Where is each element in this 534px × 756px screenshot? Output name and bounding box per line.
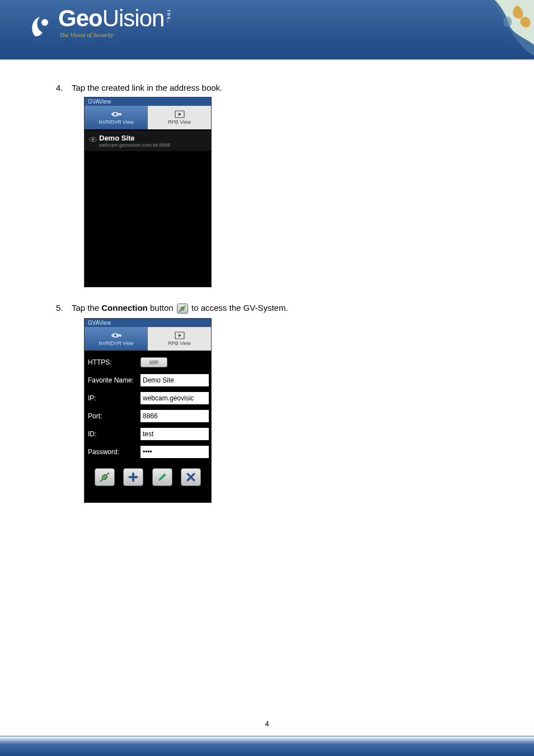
add-button[interactable] — [123, 468, 143, 486]
step-5-text-a: Tap the — [72, 303, 101, 312]
corner-graphic — [422, 0, 534, 84]
edit-button[interactable] — [152, 468, 172, 486]
password-field[interactable]: •••• — [140, 446, 209, 458]
label-ip: IP: — [87, 394, 140, 402]
step-5-bold: Connection — [101, 303, 148, 312]
tab-rpb-view-2[interactable]: RPB View — [148, 327, 211, 351]
label-port: Port: — [87, 412, 140, 420]
svg-point-0 — [41, 19, 48, 26]
svg-point-2 — [114, 113, 116, 115]
brand-tagline: The Vision of Security — [59, 31, 171, 38]
step-5: 5. Tap the Connection button to access t… — [56, 303, 478, 314]
port-field[interactable]: 8866 — [140, 410, 209, 422]
svg-rect-9 — [119, 334, 121, 337]
connection-icon-inline — [177, 304, 188, 314]
screenshot-2: GVAView NVR/DVR View RPB View HTTPS: 關閉 — [84, 318, 212, 503]
brand-logo-mark — [28, 11, 55, 38]
delete-button[interactable] — [181, 468, 201, 486]
brand-wordmark: GeoUision Inc. — [58, 7, 171, 30]
brand-name-a: Geo — [58, 7, 102, 30]
screenshot-2-app-title: GVAView — [85, 319, 211, 327]
row-id: ID: test — [87, 426, 209, 442]
svg-point-6 — [92, 138, 94, 141]
tab-rpb-view[interactable]: RPB View — [148, 106, 211, 129]
page-footer — [0, 736, 534, 756]
brand-logo: GeoUision Inc. The Vision of Security — [28, 7, 171, 38]
label-id: ID: — [87, 430, 140, 438]
connection-button[interactable] — [95, 468, 115, 486]
id-field[interactable]: test — [140, 428, 209, 440]
camera-icon — [111, 332, 122, 339]
brand-inc: Inc. — [166, 10, 171, 24]
play-screen-icon — [174, 110, 185, 118]
label-favorite: Favorite Name: — [87, 376, 140, 384]
tab-nvr-dvr-view-2[interactable]: NVR/DVR View — [85, 327, 148, 351]
play-screen-icon — [174, 332, 185, 339]
step-4-number: 4. — [56, 83, 69, 92]
favorite-name-field[interactable]: Demo Site — [140, 374, 209, 386]
brand-name-b: Uision — [102, 7, 165, 30]
page-content: 4. Tap the created link in the address b… — [0, 60, 534, 503]
step-5-number: 5. — [56, 303, 69, 312]
screenshot-1-app-title: GVAView — [85, 97, 211, 106]
page-number: 4 — [0, 720, 534, 728]
eye-icon — [89, 136, 97, 141]
row-favorite: Favorite Name: Demo Site — [87, 372, 209, 389]
tab-nvr-label: NVR/DVR View — [99, 119, 133, 125]
bottom-toolbar — [85, 461, 211, 493]
tab-nvr-label-2: NVR/DVR View — [99, 340, 133, 346]
address-item-title: Demo Site — [99, 134, 135, 142]
step-5-text-b: button — [148, 303, 176, 312]
row-ip: IP: webcam.geovisic — [87, 390, 209, 407]
tab-rpb-label-2: RPB View — [168, 340, 190, 346]
row-port: Port: 8866 — [87, 408, 209, 424]
screenshot-1: GVAView NVR/DVR View RPB View Demo Site — [84, 97, 212, 287]
svg-point-8 — [114, 334, 116, 337]
tab-rpb-label: RPB View — [168, 119, 190, 125]
step-4: 4. Tap the created link in the address b… — [56, 83, 478, 92]
camera-icon — [111, 110, 122, 118]
step-5-text-c: to access the GV-System. — [189, 303, 288, 312]
row-https: HTTPS: 關閉 — [87, 354, 209, 371]
step-4-text: Tap the created link in the address book… — [72, 83, 222, 92]
tab-nvr-dvr-view[interactable]: NVR/DVR View — [85, 106, 148, 129]
label-password: Password: — [87, 448, 140, 456]
page-header: GeoUision Inc. The Vision of Security — [0, 0, 534, 60]
address-book-item[interactable]: Demo Site webcam.geovision.com.tw:8866 — [85, 130, 211, 151]
label-https: HTTPS: — [87, 358, 140, 366]
https-toggle[interactable]: 關閉 — [140, 357, 167, 367]
address-item-subtitle: webcam.geovision.com.tw:8866 — [99, 142, 207, 148]
row-password: Password: •••• — [87, 444, 209, 460]
ip-field[interactable]: webcam.geovisic — [140, 392, 209, 404]
svg-rect-3 — [119, 113, 121, 115]
